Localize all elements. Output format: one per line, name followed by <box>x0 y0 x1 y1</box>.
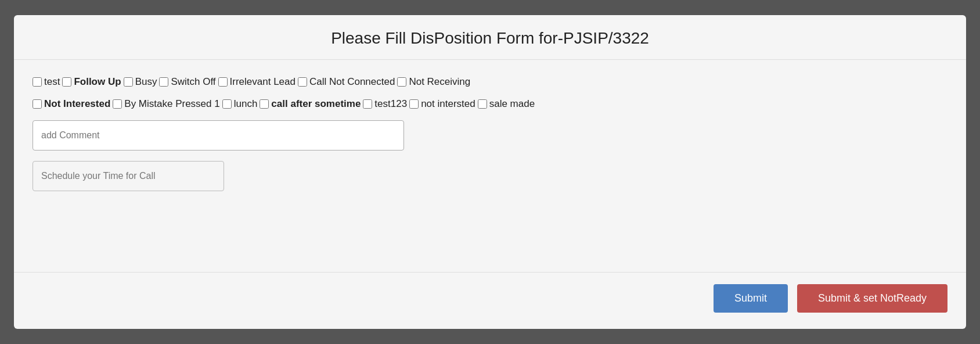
cb_irrelevant-label[interactable]: Irrelevant Lead <box>230 76 296 88</box>
cb_callnotconnected-label[interactable]: Call Not Connected <box>309 76 395 88</box>
checkbox-item: Switch Off <box>159 76 215 88</box>
checkbox-item: lunch <box>222 98 258 110</box>
cb_switchoff-checkbox[interactable] <box>159 77 168 87</box>
modal-body: testFollow UpBusySwitch OffIrrelevant Le… <box>14 60 966 272</box>
checkboxes-row-2: Not InterestedBy Mistake Pressed 1lunchc… <box>33 98 947 110</box>
cb_notintersted-label[interactable]: not intersted <box>421 98 475 110</box>
checkboxes-row-1: testFollow UpBusySwitch OffIrrelevant Le… <box>33 76 947 88</box>
checkbox-item: Follow Up <box>62 76 121 88</box>
modal-title: Please Fill DisPosition Form for-PJSIP/3… <box>33 29 947 48</box>
modal-footer: Submit Submit & set NotReady <box>14 272 966 329</box>
cb_busy-checkbox[interactable] <box>124 77 133 87</box>
submit-not-ready-button[interactable]: Submit & set NotReady <box>797 284 947 313</box>
checkbox-item: Not Interested <box>33 98 110 110</box>
checkbox-item: By Mistake Pressed 1 <box>113 98 219 110</box>
cb_test-checkbox[interactable] <box>33 77 42 87</box>
checkbox-item: test123 <box>363 98 407 110</box>
cb_notintersted-checkbox[interactable] <box>409 99 419 109</box>
schedule-input[interactable] <box>33 161 224 191</box>
cb_callnotconnected-checkbox[interactable] <box>298 77 307 87</box>
modal-header: Please Fill DisPosition Form for-PJSIP/3… <box>14 15 966 60</box>
checkbox-item: Not Receiving <box>397 76 470 88</box>
cb_test123-label[interactable]: test123 <box>374 98 407 110</box>
cb_notreceiving-label[interactable]: Not Receiving <box>409 76 470 88</box>
disposition-modal: Please Fill DisPosition Form for-PJSIP/3… <box>14 15 966 329</box>
cb_followup-checkbox[interactable] <box>62 77 71 87</box>
cb_switchoff-label[interactable]: Switch Off <box>171 76 215 88</box>
cb_notinterested-checkbox[interactable] <box>33 99 42 109</box>
cb_irrelevant-checkbox[interactable] <box>218 77 228 87</box>
cb_bymistake-label[interactable]: By Mistake Pressed 1 <box>124 98 219 110</box>
comment-field-wrapper <box>33 120 947 150</box>
cb_notreceiving-checkbox[interactable] <box>397 77 406 87</box>
schedule-field-wrapper <box>33 161 947 191</box>
cb_salemade-checkbox[interactable] <box>478 99 487 109</box>
checkbox-item: Irrelevant Lead <box>218 76 296 88</box>
checkbox-item: Busy <box>124 76 157 88</box>
cb_test-label[interactable]: test <box>44 76 60 88</box>
cb_salemade-label[interactable]: sale made <box>489 98 535 110</box>
cb_test123-checkbox[interactable] <box>363 99 372 109</box>
checkbox-item: not intersted <box>409 98 475 110</box>
cb_callafter-label[interactable]: call after sometime <box>271 98 361 110</box>
cb_notinterested-label[interactable]: Not Interested <box>44 98 110 110</box>
submit-button[interactable]: Submit <box>714 284 788 313</box>
checkbox-item: call after sometime <box>260 98 361 110</box>
cb_callafter-checkbox[interactable] <box>260 99 269 109</box>
checkbox-item: sale made <box>478 98 535 110</box>
cb_busy-label[interactable]: Busy <box>135 76 157 88</box>
checkbox-item: Call Not Connected <box>298 76 395 88</box>
cb_lunch-checkbox[interactable] <box>222 99 232 109</box>
cb_bymistake-checkbox[interactable] <box>113 99 122 109</box>
checkbox-item: test <box>33 76 60 88</box>
cb_lunch-label[interactable]: lunch <box>234 98 258 110</box>
cb_followup-label[interactable]: Follow Up <box>74 76 121 88</box>
comment-input[interactable] <box>33 120 404 150</box>
